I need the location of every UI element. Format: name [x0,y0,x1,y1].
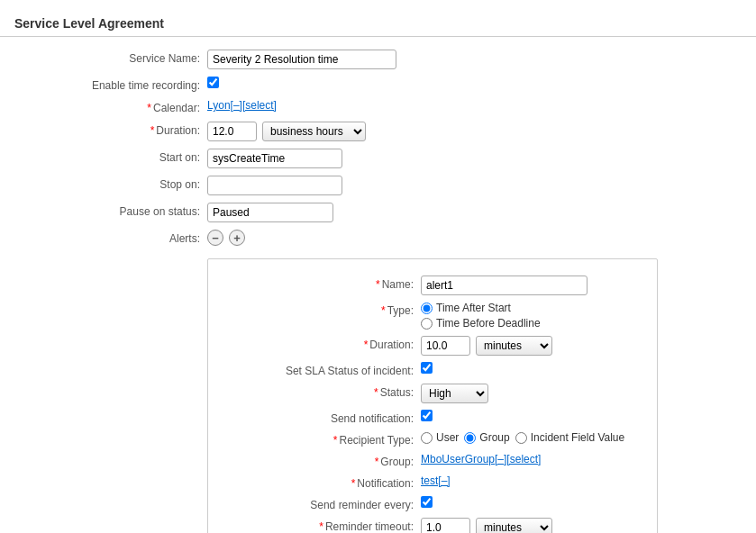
group-row: *Group: MboUserGroup[–][select] [223,453,642,468]
duration-value: business hours [207,122,747,141]
alert-duration-row: *Duration: minutes [223,336,642,356]
recipient-type-row: *Recipient Type: User Group [223,431,642,447]
pause-input[interactable] [207,203,333,222]
enable-time-label: Enable time recording: [9,77,207,92]
type-before-deadline-label: Time Before Deadline [436,317,541,330]
service-name-input[interactable] [207,50,396,69]
pause-label: Pause on status: [9,203,207,218]
enable-time-value [207,77,747,88]
status-select[interactable]: High [421,384,488,403]
notification-row: *Notification: test[–] [223,474,642,490]
alert-duration-unit-select[interactable]: minutes [476,336,552,356]
recipient-group-radio[interactable] [464,432,476,444]
type-before-deadline-radio[interactable] [421,318,433,330]
service-name-value [207,50,747,69]
duration-input[interactable] [207,122,257,141]
add-alert-button[interactable]: + [229,230,245,246]
recipient-incident-radio[interactable] [515,432,527,444]
enable-time-checkbox[interactable] [207,77,219,88]
group-value: MboUserGroup[–][select] [421,453,642,465]
send-reminder-row: Send reminder every: [223,496,642,511]
status-value: High [421,384,642,403]
alert-duration-label: *Duration: [223,336,421,351]
start-on-row: Start on: [0,149,756,168]
start-on-label: Start on: [9,149,207,164]
reminder-timeout-input[interactable] [421,518,470,533]
start-on-value [207,149,747,168]
alerts-label: Alerts: [9,230,207,245]
alerts-value: − + *Name: [207,230,747,533]
enable-time-row: Enable time recording: [0,77,756,92]
send-reminder-checkbox[interactable] [421,496,433,508]
alerts-row: Alerts: − + *Name: [0,230,756,533]
type-after-start-label: Time After Start [436,302,511,314]
pause-row: Pause on status: [0,203,756,222]
stop-on-label: Stop on: [9,176,207,191]
send-reminder-value [421,496,642,508]
group-link[interactable]: MboUserGroup[–][select] [421,453,541,465]
service-name-row: Service Name: [0,50,756,69]
group-label: *Group: [223,453,421,468]
recipient-incident-label: Incident Field Value [531,431,625,444]
recipient-user-label: User [436,431,459,444]
alert-name-label: *Name: [223,276,421,291]
notification-label: *Notification: [223,474,421,490]
recipient-type-value: User Group Incident Field Value [421,431,642,444]
reminder-unit-select[interactable]: minutes [476,518,552,533]
alert-form: *Name: *Type: [223,276,642,533]
calendar-required: * [147,102,151,114]
alert-type-label: *Type: [223,302,421,317]
set-sla-row: Set SLA Status of incident: [223,362,642,377]
calendar-label: *Calendar: [9,99,207,114]
recipient-group-label: Group [479,431,509,444]
alerts-section: *Name: *Type: [207,258,658,533]
alert-duration-value: minutes [421,336,642,356]
alerts-controls: − + [207,230,245,246]
set-sla-checkbox[interactable] [421,362,433,374]
alert-name-input[interactable] [421,276,587,295]
alert-type-value: Time After Start Time Before Deadline [421,302,642,330]
notification-link[interactable]: test[–] [421,474,451,487]
duration-unit-select[interactable]: business hours [262,122,366,141]
set-sla-label: Set SLA Status of incident: [223,362,421,377]
page-container: Service Level Agreement Service Name: En… [0,0,756,533]
send-notif-label: Send notification: [223,410,421,425]
form-section: Service Name: Enable time recording: *Ca… [0,50,756,533]
duration-label: *Duration: [9,122,207,137]
duration-row: *Duration: business hours [0,122,756,141]
reminder-timeout-row: *Reminder timeout: minutes [223,518,642,533]
recipient-user-option: User [421,431,459,444]
calendar-value: Lyon[–][select] [207,99,747,112]
start-on-input[interactable] [207,149,342,168]
remove-alert-button[interactable]: − [207,230,223,246]
calendar-link[interactable]: Lyon[–][select] [207,99,277,112]
reminder-timeout-value: minutes [421,518,642,533]
pause-value [207,203,747,222]
type-radio-group: Time After Start Time Before Deadline [421,302,541,330]
send-reminder-label: Send reminder every: [223,496,421,511]
send-notif-row: Send notification: [223,410,642,425]
recipient-group-option: Group [464,431,509,444]
notification-value: test[–] [421,474,642,487]
type-after-start-option: Time After Start [421,302,541,314]
type-after-start-radio[interactable] [421,303,433,314]
type-before-deadline-option: Time Before Deadline [421,317,541,330]
alert-type-row: *Type: Time After Start [223,302,642,330]
stop-on-value [207,176,747,195]
status-row: *Status: High [223,384,642,403]
page-title: Service Level Agreement [0,9,756,37]
set-sla-value [421,362,642,374]
alert-duration-input[interactable] [421,336,470,356]
recipient-user-radio[interactable] [421,432,433,444]
service-name-label: Service Name: [9,50,207,65]
calendar-row: *Calendar: Lyon[–][select] [0,99,756,114]
recipient-type-label: *Recipient Type: [223,431,421,447]
reminder-timeout-label: *Reminder timeout: [223,518,421,533]
send-notif-checkbox[interactable] [421,410,433,421]
alert-name-row: *Name: [223,276,642,295]
alert-name-value [421,276,642,295]
send-notif-value [421,410,642,421]
recipient-incident-option: Incident Field Value [515,431,625,444]
stop-on-input[interactable] [207,176,342,195]
duration-required: * [150,124,155,137]
